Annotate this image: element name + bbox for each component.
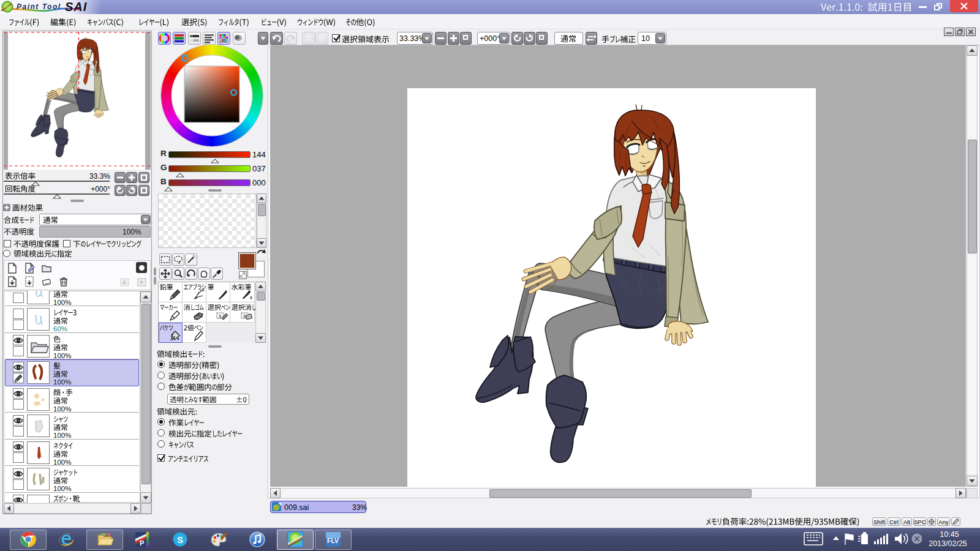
- svg-text:S: S: [219, 313, 222, 318]
- svg-text:FLV: FLV: [327, 537, 339, 544]
- svg-text:S: S: [177, 534, 183, 545]
- svg-text:P: P: [140, 539, 144, 547]
- svg-text:Paint Tool: Paint Tool: [17, 2, 61, 11]
- svg-text:SAI: SAI: [65, 0, 87, 13]
